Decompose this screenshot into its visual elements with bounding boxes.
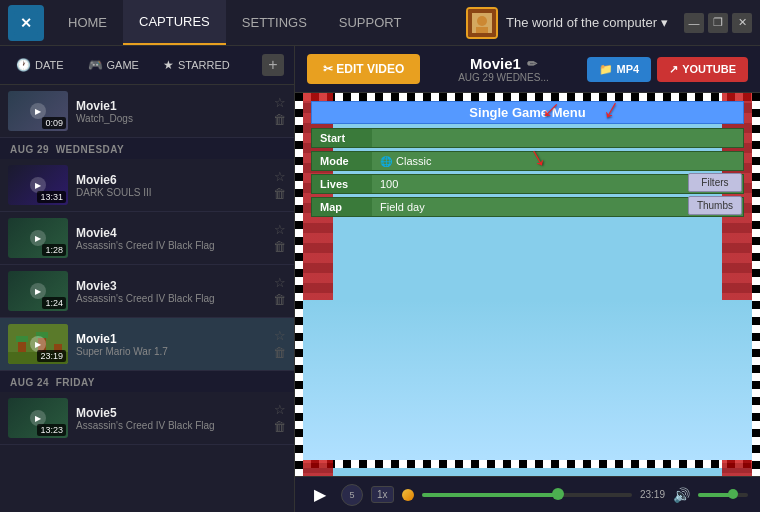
date-header-aug24: AUG 24 FRIDAY [0,371,294,392]
capture-game: DARK SOULS III [76,187,265,198]
video-controls: ▶ 5 1x 23:19 🔊 [295,476,760,512]
item-actions: ☆ 🗑 [273,96,286,126]
capture-list: ▶ 0:09 Movie1 Watch_Dogs ☆ 🗑 AUG 29 WEDN… [0,85,294,512]
delete-button[interactable]: 🗑 [273,346,286,359]
volume-thumb [728,489,738,499]
svg-text:✕: ✕ [20,15,32,31]
thumbnail: ▶ 23:19 [8,324,68,364]
thumbnail: ▶ 13:23 [8,398,68,438]
capture-title: Movie1 [76,99,265,113]
menu-row-lives: Lives 100 [311,174,744,194]
filter-starred[interactable]: ★ STARRED [157,55,236,75]
export-mp4-button[interactable]: 📁 MP4 [587,57,652,82]
delete-button[interactable]: 🗑 [273,293,286,306]
window-controls: — ❐ ✕ [684,13,752,33]
duration-badge: 1:28 [42,244,66,256]
video-date: AUG 29 WEDNES... [432,72,574,83]
svg-rect-5 [476,27,488,33]
edit-video-button[interactable]: ✂ EDIT VIDEO [307,54,420,84]
close-button[interactable]: ✕ [732,13,752,33]
item-actions: ☆ 🗑 [273,329,286,359]
star-button[interactable]: ☆ [274,276,286,289]
color-indicator [402,489,414,501]
volume-icon[interactable]: 🔊 [673,487,690,503]
dropdown-icon[interactable]: ▾ [661,15,668,30]
duration-badge: 1:24 [42,297,66,309]
menu-label-lives: Lives [312,175,372,193]
item-actions: ☆ 🗑 [273,403,286,433]
filter-bar: 🕐 DATE 🎮 GAME ★ STARRED + [0,46,294,85]
nav-tab-settings[interactable]: SETTINGS [226,0,323,45]
delete-button[interactable]: 🗑 [273,113,286,126]
checker-border-bottom [295,460,760,468]
nav-tab-support[interactable]: SUPPORT [323,0,418,45]
gamepad-icon: 🎮 [88,58,103,72]
capture-game: Assassin's Creed IV Black Flag [76,420,265,431]
duration-badge: 0:09 [42,117,66,129]
progress-bar[interactable] [422,493,632,497]
capture-title: Movie3 [76,279,265,293]
capture-info: Movie6 DARK SOULS III [76,173,265,198]
list-item[interactable]: ▶ 0:09 Movie1 Watch_Dogs ☆ 🗑 [0,85,294,138]
svg-rect-11 [16,336,28,342]
nav-tabs: HOME CAPTURES SETTINGS SUPPORT [52,0,466,45]
capture-title: Movie6 [76,173,265,187]
star-button[interactable]: ☆ [274,403,286,416]
folder-icon: 📁 [599,63,613,76]
star-button[interactable]: ☆ [274,329,286,342]
mode-icon: 🌐 [380,156,392,167]
right-panel: ✂ EDIT VIDEO Movie1 ✏ AUG 29 WEDNES... 📁… [295,46,760,512]
star-button[interactable]: ☆ [274,96,286,109]
delete-button[interactable]: 🗑 [273,240,286,253]
list-item[interactable]: ▶ 1:24 Movie3 Assassin's Creed IV Black … [0,265,294,318]
thumbs-button[interactable]: Thumbs [688,196,742,215]
list-item[interactable]: ▶ 13:31 Movie6 DARK SOULS III ☆ 🗑 [0,159,294,212]
play-button[interactable]: ▶ [307,482,333,508]
left-panel: 🕐 DATE 🎮 GAME ★ STARRED + ▶ 0:09 [0,46,295,512]
delete-button[interactable]: 🗑 [273,420,286,433]
progress-thumb [552,488,564,500]
capture-game: Assassin's Creed IV Black Flag [76,240,265,251]
list-item[interactable]: ▶ 13:23 Movie5 Assassin's Creed IV Black… [0,392,294,445]
export-youtube-button[interactable]: ↗ YOUTUBE [657,57,748,82]
skip-back-button[interactable]: 5 [341,484,363,506]
menu-title: Single Game Menu [311,101,744,124]
capture-game: Assassin's Creed IV Black Flag [76,293,265,304]
progress-fill [422,493,559,497]
minimize-button[interactable]: — [684,13,704,33]
filter-game[interactable]: 🎮 GAME [82,55,145,75]
thumbnail: ▶ 1:28 [8,218,68,258]
game-avatar [466,7,498,39]
date-header-aug29: AUG 29 WEDNESDAY [0,138,294,159]
star-button[interactable]: ☆ [274,223,286,236]
restore-button[interactable]: ❐ [708,13,728,33]
video-area: ↓ ↓ ↓ Single Game Menu Start [295,93,760,476]
edit-title-icon[interactable]: ✏ [527,57,537,71]
item-actions: ☆ 🗑 [273,276,286,306]
star-button[interactable]: ☆ [274,170,286,183]
list-item-active[interactable]: ▶ 23:19 Movie1 Super Mario War 1.7 ☆ 🗑 [0,318,294,371]
nav-tab-captures[interactable]: CAPTURES [123,0,226,45]
export-buttons: 📁 MP4 ↗ YOUTUBE [587,57,748,82]
video-header: ✂ EDIT VIDEO Movie1 ✏ AUG 29 WEDNES... 📁… [295,46,760,93]
filter-date[interactable]: 🕐 DATE [10,55,70,75]
list-item[interactable]: ▶ 1:28 Movie4 Assassin's Creed IV Black … [0,212,294,265]
capture-info: Movie5 Assassin's Creed IV Black Flag [76,406,265,431]
filters-button[interactable]: Filters [688,173,742,192]
star-filter-icon: ★ [163,58,174,72]
menu-value-mode: 🌐 Classic [372,152,743,170]
checker-border-right [752,93,760,476]
menu-value-start [372,129,743,147]
volume-slider[interactable] [698,493,748,497]
delete-button[interactable]: 🗑 [273,187,286,200]
speed-button[interactable]: 1x [371,486,394,503]
checker-border-left [295,93,303,476]
capture-title: Movie4 [76,226,265,240]
item-actions: ☆ 🗑 [273,170,286,200]
nav-tab-home[interactable]: HOME [52,0,123,45]
capture-info: Movie1 Watch_Dogs [76,99,265,124]
game-menu: Single Game Menu Start Mode 🌐 Classic Li… [303,93,752,228]
add-capture-button[interactable]: + [262,54,284,76]
thumbnail: ▶ 1:24 [8,271,68,311]
capture-info: Movie4 Assassin's Creed IV Black Flag [76,226,265,251]
